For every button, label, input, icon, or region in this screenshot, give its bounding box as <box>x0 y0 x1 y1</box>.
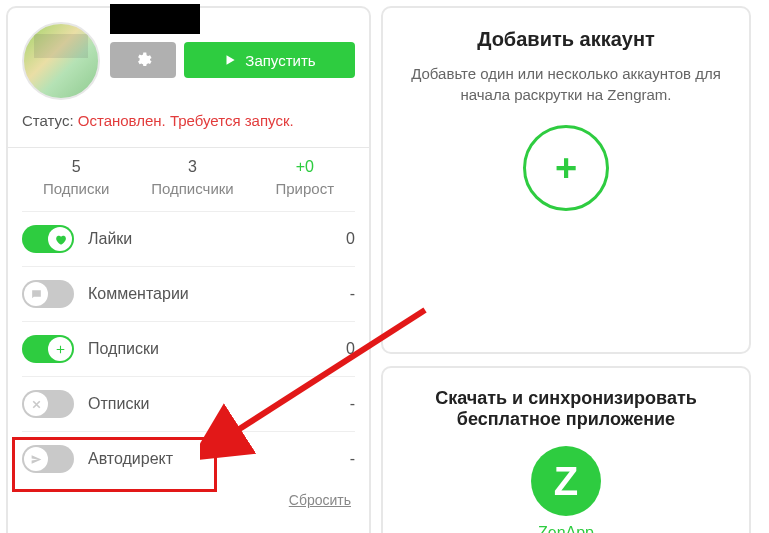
heart-icon <box>54 233 67 246</box>
stat-value: 5 <box>43 158 110 176</box>
option-value: 0 <box>346 340 355 358</box>
avatar[interactable] <box>22 22 100 100</box>
x-icon <box>30 398 43 411</box>
plus-icon <box>54 343 67 356</box>
option-label: Комментарии <box>88 285 189 303</box>
option-label: Лайки <box>88 230 132 248</box>
status-label: Статус: <box>22 112 74 129</box>
option-value: 0 <box>346 230 355 248</box>
option-subs: Подписки 0 <box>22 321 355 376</box>
app-name: ZenApp <box>403 524 729 533</box>
option-likes: Лайки 0 <box>22 211 355 266</box>
option-comments: Комментарии - <box>22 266 355 321</box>
option-unsubs: Отписки - <box>22 376 355 431</box>
toggle-likes[interactable] <box>22 225 74 253</box>
stat-subscriptions: 5 Подписки <box>43 158 110 197</box>
annotation-highlight <box>12 437 217 492</box>
option-value: - <box>350 285 355 303</box>
add-account-subtitle: Добавьте один или несколько аккаунтов дл… <box>403 63 729 105</box>
toggle-unsubs[interactable] <box>22 390 74 418</box>
download-app-card: Скачать и синхронизировать бесплатное пр… <box>381 366 751 533</box>
add-account-card: Добавить аккаунт Добавьте один или неско… <box>381 6 751 354</box>
stat-label: Прирост <box>276 180 335 197</box>
add-account-button[interactable]: + <box>523 125 609 211</box>
option-value: - <box>350 450 355 468</box>
app-badge[interactable]: Z <box>531 446 601 516</box>
option-label: Отписки <box>88 395 149 413</box>
run-button-label: Запустить <box>245 52 315 69</box>
toggle-subs[interactable] <box>22 335 74 363</box>
play-icon <box>223 53 237 67</box>
stats-row: 5 Подписки 3 Подписчики +0 Прирост <box>22 158 355 197</box>
stat-value: +0 <box>276 158 335 176</box>
option-label: Подписки <box>88 340 159 358</box>
stat-value: 3 <box>151 158 234 176</box>
stat-label: Подписчики <box>151 180 234 197</box>
add-account-title: Добавить аккаунт <box>403 28 729 51</box>
toggle-comments[interactable] <box>22 280 74 308</box>
plus-icon: + <box>555 149 577 187</box>
status-row: Статус: Остановлен. Требуется запуск. <box>22 112 355 129</box>
option-value: - <box>350 395 355 413</box>
status-value: Остановлен. Требуется запуск. <box>78 112 294 129</box>
comment-icon <box>30 288 43 301</box>
settings-button[interactable] <box>110 42 176 78</box>
stat-followers: 3 Подписчики <box>151 158 234 197</box>
gear-icon <box>134 51 152 69</box>
run-button[interactable]: Запустить <box>184 42 355 78</box>
stat-growth: +0 Прирост <box>276 158 335 197</box>
account-username <box>110 4 200 34</box>
download-app-title: Скачать и синхронизировать бесплатное пр… <box>403 388 729 430</box>
reset-link[interactable]: Сбросить <box>22 492 355 508</box>
stat-label: Подписки <box>43 180 110 197</box>
